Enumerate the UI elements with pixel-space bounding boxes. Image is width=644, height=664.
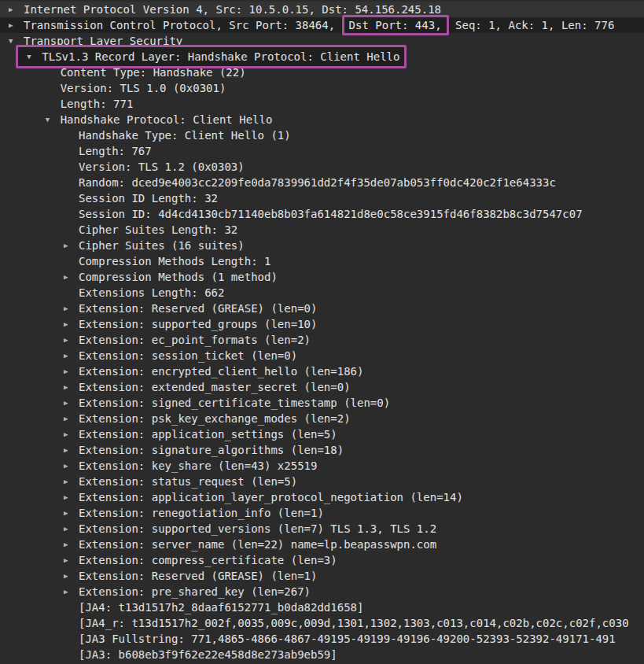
arrow-placeholder xyxy=(63,159,79,175)
expand-arrow-icon[interactable]: ▶ xyxy=(63,442,79,458)
packet-tree-row[interactable]: Compression Methods Length: 1 xyxy=(0,253,644,269)
packet-tree-row[interactable]: Version: TLS 1.2 (0x0303) xyxy=(0,159,644,175)
expand-arrow-icon[interactable]: ▶ xyxy=(63,426,79,442)
tree-row-label: Extension: server_name (len=22) name=lp.… xyxy=(79,538,436,551)
packet-tree-row[interactable]: ▶Extension: status_request (len=5) xyxy=(0,474,644,489)
indent-spacer xyxy=(0,371,63,372)
packet-tree-row[interactable]: ▶Extension: session_ticket (len=0) xyxy=(0,348,644,363)
arrow-placeholder xyxy=(63,615,79,631)
packet-tree-row[interactable]: ▶Extension: psk_key_exchange_modes (len=… xyxy=(0,411,644,426)
collapse-arrow-icon[interactable]: ▼ xyxy=(26,49,42,65)
packet-tree-row[interactable]: Cipher Suites Length: 32 xyxy=(0,222,644,238)
expand-arrow-icon[interactable]: ▶ xyxy=(63,363,79,379)
expand-arrow-icon[interactable]: ▶ xyxy=(63,379,79,395)
packet-tree-row[interactable]: ▶Extension: signed_certificate_timestamp… xyxy=(0,395,644,411)
arrow-placeholder xyxy=(63,175,79,190)
packet-tree-row[interactable]: [JA4: t13d1517h2_8daaf6152771_b0da82dd16… xyxy=(0,599,644,615)
tree-row-label: Compression Methods Length: 1 xyxy=(79,255,270,267)
tree-row-label: Extensions Length: 662 xyxy=(79,286,224,299)
expand-arrow-icon[interactable]: ▶ xyxy=(63,269,79,285)
tree-row-label: Length: 771 xyxy=(61,98,134,110)
packet-tree-row[interactable]: ▶Transmission Control Protocol, Src Port… xyxy=(0,17,644,33)
packet-tree-row[interactable]: ▶Internet Protocol Version 4, Src: 10.5.… xyxy=(0,2,644,17)
packet-tree-row[interactable]: ▶Extension: server_name (len=22) name=lp… xyxy=(0,537,644,552)
packet-tree-row[interactable]: Session ID: 4d4cd4130cb71140eb8b03fa6148… xyxy=(0,206,644,222)
packet-tree-row[interactable]: Length: 771 xyxy=(0,96,644,112)
packet-tree-row[interactable]: ▶Extension: extended_master_secret (len=… xyxy=(0,379,644,395)
packet-tree-row[interactable]: Version: TLS 1.0 (0x0301) xyxy=(0,80,644,96)
indent-spacer xyxy=(0,308,63,309)
indent-spacer xyxy=(0,25,8,26)
tree-row-label: [JA3: b608eb3f9f62e22e458d8e273ab9eb59] xyxy=(79,648,337,661)
packet-tree-row[interactable]: ▶Extension: supported_versions (len=7) T… xyxy=(0,521,644,537)
expand-arrow-icon[interactable]: ▶ xyxy=(63,505,79,521)
expand-arrow-icon[interactable]: ▶ xyxy=(63,301,79,316)
packet-tree-row[interactable]: ▶Cipher Suites (16 suites) xyxy=(0,238,644,253)
tree-row-label: Cipher Suites Length: 32 xyxy=(79,223,237,236)
expand-arrow-icon[interactable]: ▶ xyxy=(63,348,79,363)
indent-spacer xyxy=(0,214,63,215)
packet-tree-row[interactable]: ▶Extension: key_share (len=43) x25519 xyxy=(0,458,644,474)
packet-tree-row[interactable]: ▶Extension: renegotiation_info (len=1) xyxy=(0,505,644,521)
packet-tree-row[interactable]: Extensions Length: 662 xyxy=(0,285,644,301)
tree-row-label: Extension: extended_master_secret (len=0… xyxy=(79,381,351,393)
tree-row-label: Extension: ec_point_formats (len=2) xyxy=(79,334,311,346)
indent-spacer xyxy=(0,513,63,514)
packet-tree-row[interactable]: ▶Extension: application_layer_protocol_n… xyxy=(0,489,644,505)
expand-arrow-icon[interactable]: ▶ xyxy=(63,316,79,332)
expand-arrow-icon[interactable]: ▶ xyxy=(8,2,24,17)
expand-arrow-icon[interactable]: ▶ xyxy=(63,332,79,348)
arrow-placeholder xyxy=(63,190,79,206)
packet-tree-row[interactable]: [JA3 Fullstring: 771,4865-4866-4867-4919… xyxy=(0,631,644,647)
arrow-placeholder xyxy=(63,206,79,222)
packet-tree-row[interactable]: ▼Handshake Protocol: Client Hello xyxy=(0,112,644,127)
tree-row-label: Extension: pre_shared_key (len=267) xyxy=(79,585,311,598)
indent-spacer xyxy=(0,607,63,608)
indent-spacer xyxy=(0,324,63,325)
arrow-placeholder xyxy=(45,80,61,96)
expand-arrow-icon[interactable]: ▶ xyxy=(63,411,79,426)
indent-spacer xyxy=(0,529,63,529)
expand-arrow-icon[interactable]: ▶ xyxy=(63,489,79,505)
indent-spacer xyxy=(0,434,63,435)
expand-arrow-icon[interactable]: ▶ xyxy=(63,537,79,552)
packet-tree-row[interactable]: Random: dced9e4003cc2209fe0da7839961dd2f… xyxy=(0,175,644,190)
tree-row-label: Extension: session_ticket (len=0) xyxy=(79,349,297,362)
packet-tree-row[interactable]: Session ID Length: 32 xyxy=(0,190,644,206)
expand-arrow-icon[interactable]: ▶ xyxy=(63,584,79,599)
packet-tree-row[interactable]: ▶Extension: ec_point_formats (len=2) xyxy=(0,332,644,348)
tree-row-label: Extension: status_request (len=5) xyxy=(79,475,297,488)
expand-arrow-icon[interactable]: ▶ xyxy=(63,552,79,568)
arrow-placeholder xyxy=(63,143,79,159)
packet-tree-row[interactable]: ▶Extension: compress_certificate (len=3) xyxy=(0,552,644,568)
packet-tree-row[interactable]: ▶Extension: Reserved (GREASE) (len=0) xyxy=(0,301,644,316)
tree-row-label: Extension: encrypted_client_hello (len=1… xyxy=(79,365,363,378)
packet-tree-row[interactable]: ▶Extension: pre_shared_key (len=267) xyxy=(0,584,644,599)
packet-tree-row[interactable]: Handshake Type: Client Hello (1) xyxy=(0,127,644,143)
collapse-arrow-icon[interactable]: ▼ xyxy=(45,112,61,127)
expand-arrow-icon[interactable]: ▶ xyxy=(63,521,79,537)
packet-tree-row[interactable]: ▶Extension: encrypted_client_hello (len=… xyxy=(0,363,644,379)
expand-arrow-icon[interactable]: ▶ xyxy=(63,474,79,489)
packet-tree-row[interactable]: [JA4_r: t13d1517h2_002f,0035,009c,009d,1… xyxy=(0,615,644,631)
expand-arrow-icon[interactable]: ▶ xyxy=(63,238,79,253)
expand-arrow-icon[interactable]: ▶ xyxy=(63,395,79,411)
packet-tree-row[interactable]: ▶Extension: application_settings (len=5) xyxy=(0,426,644,442)
packet-tree-row[interactable]: Length: 767 xyxy=(0,143,644,159)
expand-arrow-icon[interactable]: ▶ xyxy=(63,568,79,584)
expand-arrow-icon[interactable]: ▶ xyxy=(8,17,24,33)
packet-tree-row[interactable]: ▶Extension: Reserved (GREASE) (len=1) xyxy=(0,568,644,584)
arrow-placeholder xyxy=(63,253,79,269)
row-text-after-highlight: Seq: 1, Ack: 1, Len: 776 xyxy=(449,19,615,31)
tree-row-label: Extension: psk_key_exchange_modes (len=2… xyxy=(79,412,351,425)
packet-tree-row[interactable]: ▶Extension: supported_groups (len=10) xyxy=(0,316,644,332)
expand-arrow-icon[interactable]: ▶ xyxy=(63,458,79,474)
packet-tree-row[interactable]: ▶Compression Methods (1 method) xyxy=(0,269,644,285)
packet-tree-row[interactable]: [JA3: b608eb3f9f62e22e458d8e273ab9eb59] xyxy=(0,647,644,662)
indent-spacer xyxy=(0,419,63,419)
indent-spacer xyxy=(0,466,63,467)
packet-tree-row[interactable]: ▶Extension: signature_algorithms (len=18… xyxy=(0,442,644,458)
tree-row-label: [JA4: t13d1517h2_8daaf6152771_b0da82dd16… xyxy=(79,601,363,614)
tree-row-label: [JA3 Fullstring: 771,4865-4866-4867-4919… xyxy=(79,633,616,645)
packet-tree-row[interactable]: ▼TLSv1.3 Record Layer: Handshake Protoco… xyxy=(0,49,644,65)
